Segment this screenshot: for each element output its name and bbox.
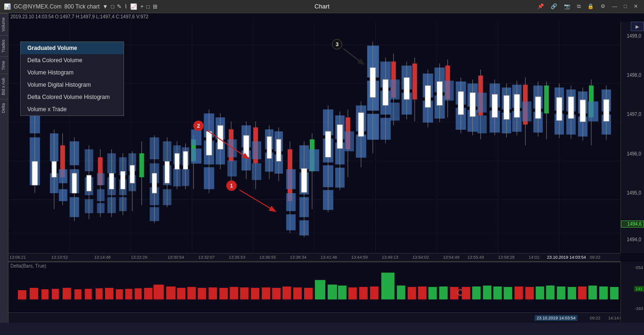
delta-axis: -554 141 -393 [620,261,644,323]
svg-rect-228 [18,290,26,300]
svg-rect-249 [240,287,248,300]
symbol-label: GC@NYMEX.Com [14,3,62,10]
svg-rect-196 [514,94,520,117]
svg-rect-276 [525,287,534,300]
time-1354b: 13:54:49 [443,255,460,260]
tab-trades[interactable]: Trades [0,35,8,57]
svg-rect-234 [85,289,92,300]
svg-rect-256 [315,280,325,299]
toolbar-icon-7[interactable]: ⊞ [153,3,157,10]
svg-rect-247 [219,288,228,300]
toolbar-icon-5[interactable]: + [140,3,143,10]
info-line: 2019.23.10 14:03:54 O:1497,7 H:1497,9 L:… [10,14,149,19]
restore-button[interactable]: □ [621,3,629,10]
price-1495: 1495,0 [627,190,643,196]
menu-item-volume-x-trade[interactable]: Volume x Trade [21,103,124,115]
delta-panel: Delta(Bars, True) [8,261,620,312]
svg-rect-68 [165,161,169,183]
left-tabs: Volume Trades Time Bid x Ask Delta [0,13,8,323]
price-1494: 1494,0 [627,237,643,242]
toolbar-icon-2[interactable]: ✎ [117,3,122,10]
svg-rect-278 [546,286,554,299]
menu-item-delta-colored-volume[interactable]: Delta Colored Volume [21,54,124,66]
svg-rect-183 [477,93,487,113]
time-axis: 13:06:21 13:10:52 13:14:48 13:22:29 13:3… [8,253,620,261]
svg-rect-250 [251,288,259,300]
svg-rect-151 [383,80,388,106]
delta-value-mid: 141 [634,286,644,292]
menu-item-volume-histogram[interactable]: Volume Histogram [21,66,124,79]
time-1322: 13:22:29 [131,255,148,260]
svg-rect-217 [580,100,586,122]
link-button[interactable]: 🔗 [548,3,560,10]
svg-rect-146 [370,67,376,97]
svg-rect-230 [41,289,49,300]
time-1349: 13:49:13 [382,255,398,260]
tab-volume[interactable]: Volume [0,13,8,35]
current-time-label: 23.10.2019 14:03:54 [535,315,578,321]
svg-rect-220 [588,101,598,121]
svg-rect-76 [183,151,188,169]
chart-type-dropdown[interactable]: ▼ [102,3,108,10]
svg-rect-205 [544,85,549,113]
toolbar-icon-1[interactable]: □ [111,3,114,10]
menu-item-volume-digital-histogram[interactable]: Volume Digital Histogram [21,79,124,91]
svg-rect-63 [152,173,157,193]
svg-rect-243 [177,288,185,300]
svg-rect-235 [96,288,103,300]
svg-rect-236 [105,288,114,300]
svg-rect-261 [370,286,379,299]
lock-button[interactable]: 🔒 [585,3,596,10]
svg-rect-36 [87,175,91,191]
tab-delta[interactable]: Delta [0,99,8,117]
play-button[interactable]: ▶ [631,22,644,31]
close-button[interactable]: ✕ [631,3,640,10]
svg-rect-203 [535,97,541,119]
tab-bid-ask[interactable]: Bid x Ask [0,74,8,99]
time-1338: 13:38:34 [290,255,306,260]
copy-button[interactable]: ⧉ [575,3,583,10]
svg-rect-161 [413,64,417,99]
svg-rect-229 [30,288,38,300]
toolbar-icon-6[interactable]: □ [146,3,149,10]
minus-button[interactable]: — [610,3,619,10]
svg-rect-93 [227,161,237,177]
annotation-3: 3 [332,39,342,49]
time-1414: 14:14:06 [608,316,620,320]
svg-rect-165 [425,85,431,107]
svg-rect-159 [404,78,410,100]
svg-rect-134 [337,124,343,148]
svg-rect-169 [437,82,443,106]
camera-button[interactable]: 📷 [561,3,573,10]
settings-button[interactable]: ⚙ [598,3,608,10]
time-1306: 13:06:21 [9,255,26,260]
svg-rect-184 [477,115,487,133]
svg-rect-255 [304,288,313,300]
svg-rect-176 [458,91,464,114]
svg-rect-92 [227,139,237,157]
svg-rect-253 [282,286,291,299]
time-1336: 13:36:55 [259,255,276,260]
menu-item-graduated-volume[interactable]: Graduated Volume [21,42,124,54]
delta-value-top: -554 [635,265,643,270]
pin-button[interactable]: 📌 [535,3,546,10]
svg-rect-113 [286,193,296,211]
svg-rect-246 [208,287,217,300]
svg-rect-129 [325,131,331,157]
svg-rect-112 [286,169,296,189]
toolbar-icon-4[interactable]: 📈 [130,3,137,10]
toolbar-icon-3[interactable]: ⌇ [124,3,127,10]
titlebar-left: 📊 GC@NYMEX.Com 800 Tick chart ▼ □ ✎ ⌇ 📈 … [4,3,157,10]
tab-time[interactable]: Time [0,57,8,74]
svg-rect-240 [144,288,153,300]
delta-value-bottom: -393 [635,306,643,311]
time-1310: 13:10:52 [51,255,68,260]
time-1344: 13:44:59 [351,255,368,260]
time-0922: 09:22 [590,255,601,260]
svg-rect-172 [445,81,454,100]
time-1314: 13:14:48 [94,255,111,260]
svg-rect-257 [328,285,337,299]
menu-item-delta-colored-volume-histogram[interactable]: Delta Colored Volume Histogram [21,91,124,103]
svg-rect-280 [568,287,576,300]
svg-rect-41 [97,203,105,213]
